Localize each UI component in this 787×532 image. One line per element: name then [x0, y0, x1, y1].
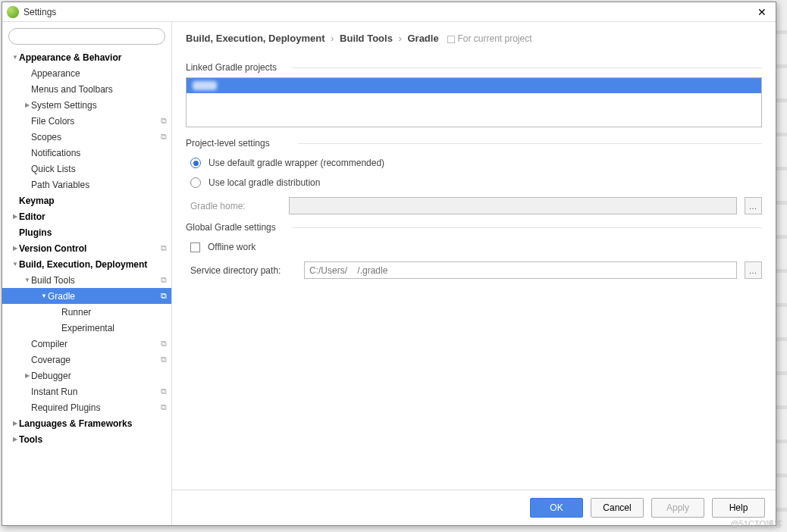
main-body: Linked Gradle projects Project-level set… [172, 52, 776, 490]
tree-arrow-icon: ▼ [11, 261, 19, 268]
tree-item-label: Languages & Frameworks [19, 418, 167, 429]
service-dir-browse-button[interactable]: … [745, 261, 762, 279]
tree-item-label: Notifications [31, 148, 167, 158]
tree-item-label: Plugins [19, 227, 167, 238]
tree-item-debugger[interactable]: ▶Debugger [2, 368, 171, 383]
tree-item-label: Keymap [19, 196, 167, 206]
linked-project-name-redacted [193, 81, 217, 90]
linked-project-item[interactable] [187, 78, 761, 93]
gradle-home-field [289, 197, 737, 214]
tree-item-label: Quick Lists [31, 164, 167, 174]
tree-item-version-control[interactable]: ▶Version Control⧉ [2, 240, 171, 256]
tree-item-gradle[interactable]: ▼Gradle⧉ [2, 288, 171, 304]
ok-button[interactable]: OK [530, 498, 583, 518]
linked-projects-list[interactable] [186, 77, 762, 127]
crumb-1: Build Tools [340, 33, 393, 44]
tree-item-system-settings[interactable]: ▶System Settings [2, 97, 171, 113]
tree-item-instant-run[interactable]: Instant Run⧉ [2, 383, 171, 399]
content-area: ▼Appearance & BehaviorAppearanceMenus an… [2, 22, 776, 525]
crumb-sep: › [331, 33, 334, 44]
app-icon [7, 6, 19, 18]
breadcrumb-hint: For current project [447, 33, 532, 44]
radio-default[interactable] [190, 158, 201, 168]
apply-button[interactable]: Apply [651, 498, 704, 518]
project-scope-icon: ⧉ [158, 132, 167, 142]
radio-local-wrapper[interactable]: Use local gradle distribution [190, 177, 762, 188]
search-wrap [2, 22, 171, 49]
tree-item-scopes[interactable]: Scopes⧉ [2, 129, 171, 145]
project-level-label: Project-level settings [186, 138, 762, 149]
cancel-button[interactable]: Cancel [591, 498, 644, 518]
gradle-home-browse-button[interactable]: … [745, 197, 762, 214]
radio-local[interactable] [190, 177, 201, 188]
gradle-home-row: Gradle home: … [190, 197, 762, 214]
tree-item-label: Appearance [31, 68, 167, 79]
help-button[interactable]: Help [712, 498, 765, 518]
sidebar: ▼Appearance & BehaviorAppearanceMenus an… [2, 22, 172, 525]
crumb-sep: › [399, 33, 402, 44]
main-panel: Build, Execution, Deployment › Build Too… [172, 22, 776, 525]
project-scope-icon: ⧉ [158, 386, 167, 396]
tree-item-label: Menus and Toolbars [31, 84, 167, 95]
tree-arrow-icon: ▼ [24, 277, 31, 283]
tree-arrow-icon: ▶ [11, 245, 19, 252]
tree-item-label: File Colors [31, 116, 158, 127]
radio-default-wrapper[interactable]: Use default gradle wrapper (recommended) [190, 158, 762, 168]
tree-item-tools[interactable]: ▶Tools [2, 431, 171, 447]
tree-item-experimental[interactable]: Experimental [2, 320, 171, 336]
tree-item-keymap[interactable]: Keymap [2, 192, 171, 208]
project-scope-icon: ⧉ [158, 275, 167, 285]
tree-item-languages-frameworks[interactable]: ▶Languages & Frameworks [2, 415, 171, 431]
project-scope-icon: ⧉ [158, 402, 167, 412]
breadcrumb: Build, Execution, Deployment › Build Too… [172, 22, 776, 52]
tree-item-build-execution-deployment[interactable]: ▼Build, Execution, Deployment [2, 256, 171, 272]
tree-arrow-icon: ▶ [11, 420, 19, 427]
tree-arrow-icon: ▶ [24, 102, 31, 108]
gradle-home-label: Gradle home: [190, 201, 281, 211]
tree-item-plugins[interactable]: Plugins [2, 224, 171, 240]
service-dir-row: Service directory path: … [190, 261, 762, 279]
radio-default-label: Use default gradle wrapper (recommended) [209, 158, 384, 168]
offline-work-row[interactable]: Offline work [190, 242, 762, 252]
project-scope-icon: ⧉ [158, 355, 167, 365]
tree-item-file-colors[interactable]: File Colors⧉ [2, 113, 171, 129]
project-scope-icon [447, 36, 455, 43]
tree-item-build-tools[interactable]: ▼Build Tools⧉ [2, 272, 171, 288]
global-settings-label: Global Gradle settings [186, 222, 762, 233]
offline-work-checkbox[interactable] [190, 243, 200, 252]
close-button[interactable]: ✕ [753, 6, 771, 18]
tree-item-label: Gradle [48, 291, 158, 302]
tree-item-label: Instant Run [31, 386, 158, 397]
tree-arrow-icon: ▶ [11, 436, 19, 443]
tree-item-notifications[interactable]: Notifications [2, 145, 171, 161]
tree-item-label: Appearance & Behavior [19, 52, 167, 63]
tree-item-quick-lists[interactable]: Quick Lists [2, 161, 171, 177]
tree-item-path-variables[interactable]: Path Variables [2, 177, 171, 192]
tree-arrow-icon: ▼ [11, 54, 19, 61]
tree-item-label: System Settings [31, 100, 167, 111]
linked-projects-label: Linked Gradle projects [186, 62, 762, 73]
background-fragment [776, 0, 787, 532]
crumb-0: Build, Execution, Deployment [186, 33, 325, 44]
watermark: @51CTO博客 [731, 518, 782, 530]
tree-item-editor[interactable]: ▶Editor [2, 208, 171, 224]
service-dir-field[interactable] [304, 261, 737, 279]
tree-item-coverage[interactable]: Coverage⧉ [2, 352, 171, 368]
project-scope-icon: ⧉ [158, 116, 167, 126]
project-scope-icon: ⧉ [158, 291, 167, 301]
tree-item-required-plugins[interactable]: Required Plugins⧉ [2, 399, 171, 415]
title-bar: Settings ✕ [2, 2, 776, 22]
tree-item-runner[interactable]: Runner [2, 304, 171, 320]
offline-work-label: Offline work [208, 242, 256, 252]
tree-item-compiler[interactable]: Compiler⧉ [2, 336, 171, 352]
tree-item-menus-and-toolbars[interactable]: Menus and Toolbars [2, 81, 171, 97]
tree-item-label: Scopes [31, 132, 158, 142]
tree-item-appearance[interactable]: Appearance [2, 65, 171, 81]
service-dir-label: Service directory path: [190, 265, 296, 276]
tree-item-appearance-behavior[interactable]: ▼Appearance & Behavior [2, 49, 171, 65]
tree-item-label: Build, Execution, Deployment [19, 259, 167, 270]
tree-arrow-icon: ▶ [24, 372, 31, 379]
settings-tree[interactable]: ▼Appearance & BehaviorAppearanceMenus an… [2, 49, 171, 525]
tree-arrow-icon: ▼ [40, 293, 48, 299]
search-input[interactable] [8, 28, 165, 45]
